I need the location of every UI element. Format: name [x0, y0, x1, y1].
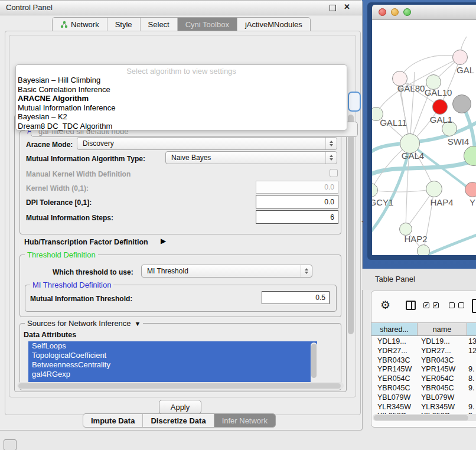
network-canvas[interactable]: GALGAL80GAL10GAL1SWI4GAL11GAL4GCY1HAP4YH… — [372, 20, 476, 255]
table-row[interactable]: YDL19...YDL19...13 — [371, 337, 476, 347]
data-attribute-item[interactable]: TopologicalCoefficient — [28, 351, 317, 360]
mac-minimize-button[interactable] — [391, 8, 399, 16]
table-cell: YLR345W — [377, 403, 416, 412]
data-attribute-item[interactable]: gal4RGexp — [28, 370, 317, 379]
table-horizontal-scrollbar[interactable] — [373, 414, 476, 421]
column-header-name[interactable]: name — [418, 322, 467, 336]
table-cell — [468, 393, 476, 403]
algorithm-option[interactable]: Basic Correlation Inference — [16, 85, 347, 94]
cyni-toolbox-panel: gal-filtered sif default node Select alg… — [5, 31, 361, 415]
tab-network[interactable]: Network — [53, 18, 107, 31]
mac-zoom-button[interactable] — [403, 8, 411, 16]
table-row[interactable]: YBL079WYBL079W — [371, 393, 476, 403]
table-cell: 13 — [468, 337, 476, 347]
table-row[interactable]: YBR045CYBR045C9. — [371, 384, 476, 393]
table-row[interactable]: YBR043CYBR043C — [371, 356, 476, 366]
network-node[interactable] — [432, 99, 448, 115]
hub-definition-label[interactable]: Hub/Transcription Factor Definition — [24, 238, 148, 246]
table-cell: YER054C — [377, 374, 416, 384]
table-cell: 8. — [468, 374, 476, 384]
float-window-icon[interactable] — [330, 5, 336, 11]
algorithm-combo-focus-ring[interactable] — [348, 92, 361, 112]
table-panel-title: Table Panel — [375, 275, 415, 283]
network-node[interactable] — [417, 244, 430, 255]
tab-impute-data[interactable]: Impute Data — [83, 414, 143, 427]
network-node-label: SWI4 — [448, 136, 470, 146]
network-node-label: GAL10 — [425, 87, 452, 97]
table-cell: YBR045C — [377, 384, 416, 393]
tab-jactivemnodules[interactable]: jActiveMNodules — [237, 18, 310, 31]
tab-select[interactable]: Select — [141, 18, 178, 31]
unchecked-checkbox-icon[interactable] — [449, 302, 455, 308]
table-row[interactable]: YER054CYER054C8. — [371, 374, 476, 384]
kernel-width-field[interactable]: 0.0 — [256, 181, 338, 194]
table-cell: 9. — [468, 365, 476, 374]
table-row[interactable]: YDR27...YDR27...12 — [371, 347, 476, 356]
aracne-mode-combo[interactable]: Discovery — [77, 137, 337, 150]
checked-checkbox-icon[interactable]: ✔ — [433, 302, 439, 308]
table-cell: YPR145W — [377, 365, 416, 374]
column-header-partial[interactable] — [467, 322, 476, 336]
dpi-tolerance-field[interactable]: 0.0 — [256, 195, 338, 208]
settings-horizontal-scrollbar[interactable] — [17, 382, 344, 389]
which-threshold-combo[interactable]: MI Threshold — [141, 265, 312, 278]
table-row[interactable]: YLR345WYLR345W9. — [371, 403, 476, 412]
table-row[interactable]: YPR145WYPR145W9. — [371, 365, 476, 374]
combo-stepper-icon — [325, 152, 337, 164]
mi-threshold-field[interactable]: 0.5 — [262, 291, 330, 304]
mi-steps-field[interactable]: 6 — [256, 210, 338, 224]
network-node[interactable] — [452, 50, 468, 65]
tab-infer-network[interactable]: Infer Network — [214, 414, 275, 427]
table-cell: 12 — [468, 347, 476, 356]
close-icon[interactable]: ✕ — [344, 2, 350, 11]
manual-kernel-label: Manual Kernel Width Definition — [26, 170, 131, 178]
table-cell: YDL19... — [377, 337, 416, 347]
network-window-titlebar[interactable] — [372, 5, 476, 20]
minimized-panel-icon[interactable] — [4, 439, 17, 450]
algorithm-option[interactable]: Bayesian – K2 — [16, 112, 347, 122]
mac-close-button[interactable] — [379, 8, 386, 16]
algorithm-option[interactable]: ARACNE Algorithm — [16, 94, 347, 103]
sources-title-wrap[interactable]: Sources for Network Inference ▼ — [25, 319, 143, 328]
checked-checkbox-icon[interactable]: ✔ — [423, 302, 429, 308]
algorithm-option[interactable]: Mutual Information Inference — [16, 103, 347, 113]
network-node-label: HAP2 — [404, 234, 427, 244]
combo-stepper-icon — [325, 138, 337, 149]
table-cell: YDR27... — [421, 347, 466, 356]
tab-discretize-data[interactable]: Discretize Data — [143, 414, 214, 427]
network-node[interactable] — [426, 181, 442, 197]
which-threshold-label: Which threshold to use: — [53, 268, 133, 276]
manual-kernel-checkbox[interactable] — [330, 169, 338, 177]
unchecked-checkbox-icon[interactable] — [458, 302, 464, 308]
expand-right-icon[interactable]: ▶ — [161, 237, 166, 245]
document-icon[interactable] — [472, 299, 476, 313]
sources-group: Sources for Network Inference ▼ Data Att… — [19, 323, 341, 390]
table-cell: YBR045C — [421, 384, 466, 393]
settings-vertical-scrollbar[interactable] — [347, 113, 354, 383]
data-attribute-item[interactable]: BetweennessCentrality — [28, 360, 317, 370]
mi-algorithm-type-combo[interactable]: Naive Bayes — [165, 151, 337, 164]
network-node[interactable] — [465, 182, 476, 197]
control-panel-titlebar[interactable]: Control Panel ✕ — [0, 1, 362, 15]
table-cell: YDR27... — [377, 347, 416, 356]
network-node[interactable] — [452, 94, 471, 113]
attributes-scrollbar[interactable] — [311, 343, 317, 387]
panel-splitter-icon[interactable]: ◂ — [361, 219, 364, 224]
algorithm-dropdown-list: Select algorithm to view settings Bayesi… — [15, 64, 347, 131]
data-attribute-item[interactable]: SelfLoops — [28, 341, 317, 351]
gear-icon[interactable]: ⚙ — [380, 298, 390, 312]
tab-style[interactable]: Style — [107, 18, 141, 31]
algorithm-option[interactable]: Dream8 DC_TDC Algorithm — [16, 122, 347, 131]
tab-cyni-toolbox[interactable]: Cyni Toolbox — [178, 18, 237, 31]
column-header-shared-name[interactable]: shared... — [371, 322, 418, 336]
network-node-label: GAL1 — [430, 115, 452, 125]
algorithm-option[interactable]: Bayesian – Hill Climbing — [16, 76, 347, 85]
mi-threshold-definition-group: MI Threshold Definition Mutual Informati… — [25, 285, 337, 312]
columns-icon[interactable] — [406, 301, 416, 310]
apply-button[interactable]: Apply — [159, 400, 201, 414]
algorithm-definition-group: Algorithm Definition Aracne Mode: Discov… — [19, 131, 341, 234]
network-node-label: HAP4 — [430, 197, 453, 207]
data-attributes-list[interactable]: SelfLoopsTopologicalCoefficientBetweenne… — [28, 341, 317, 389]
control-panel-window: Control Panel ✕ Network Style Select Cyn… — [0, 0, 363, 431]
network-node-label: GCY1 — [372, 197, 393, 207]
